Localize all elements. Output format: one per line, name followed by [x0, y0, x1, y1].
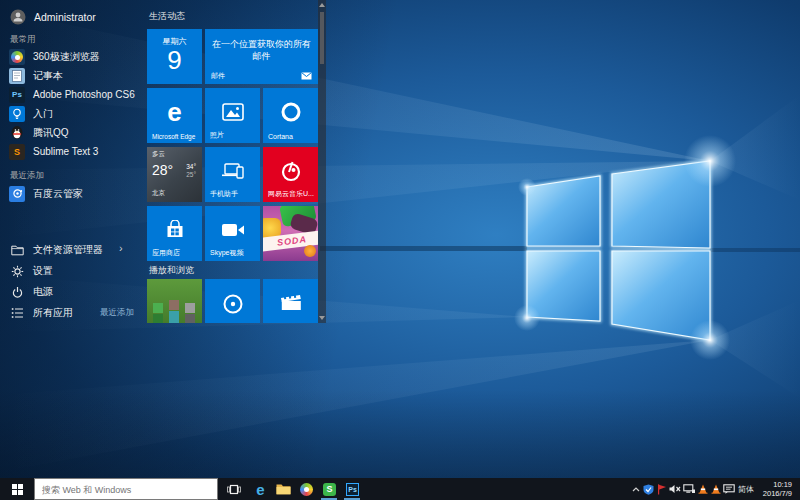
taskbar-search[interactable]: [34, 478, 218, 500]
clock-date: 2016/7/9: [755, 489, 792, 498]
app-item-360-browser[interactable]: 360极速浏览器: [0, 47, 147, 66]
phone-companion-label: 手机助手: [210, 189, 238, 199]
netease-music-icon: [280, 160, 302, 182]
speaker-mute-icon: [669, 484, 681, 494]
weather-low: 25°: [186, 171, 196, 178]
search-input[interactable]: [35, 480, 217, 500]
get-started-bulb-icon: [9, 106, 25, 122]
app-label: 入门: [33, 107, 53, 121]
start-button[interactable]: [0, 478, 34, 500]
windows-logo-icon: [12, 484, 23, 495]
tile-store[interactable]: 应用商店: [147, 206, 202, 261]
tray-vlc-2[interactable]: [709, 478, 722, 500]
tile-skype-video[interactable]: Skype视频: [205, 206, 260, 261]
netease-music-label: 网易云音乐U...: [268, 189, 314, 199]
chevron-up-icon: [632, 487, 640, 492]
tile-netease-music[interactable]: 网易云音乐U...: [263, 147, 318, 202]
input-language-indicator[interactable]: 简体: [736, 478, 756, 500]
taskbar: e S Ps: [0, 478, 800, 500]
360-browser-icon: [300, 483, 313, 496]
message-bubble-icon: [723, 484, 735, 494]
tray-action-center[interactable]: [722, 478, 735, 500]
chevron-right-icon[interactable]: ›: [119, 242, 123, 254]
tray-volume-muted[interactable]: [668, 478, 681, 500]
calendar-day: 9: [147, 45, 202, 76]
app-item-photoshop[interactable]: Ps Adobe Photoshop CS6: [0, 85, 147, 104]
user-avatar-icon: [10, 9, 26, 25]
app-label: 百度云管家: [33, 187, 83, 201]
photoshop-icon: Ps: [346, 483, 359, 496]
tile-groove-music[interactable]: [205, 279, 260, 323]
tray-network[interactable]: [682, 478, 695, 500]
file-explorer-item[interactable]: 文件资源管理器 ›: [0, 240, 147, 260]
minecraft-artwork: [147, 279, 202, 323]
tray-show-hidden-icons[interactable]: [629, 478, 642, 500]
app-label: 记事本: [33, 69, 63, 83]
edge-icon: e: [256, 482, 264, 497]
app-item-get-started[interactable]: 入门: [0, 104, 147, 123]
tile-movies-tv[interactable]: [263, 279, 318, 323]
baidu-cloud-icon: [9, 186, 25, 202]
app-item-notepad[interactable]: 记事本: [0, 66, 147, 85]
taskbar-edge[interactable]: e: [249, 478, 272, 500]
gear-icon: [10, 264, 24, 278]
envelope-icon: [301, 72, 312, 80]
power-item[interactable]: 电源: [0, 282, 147, 302]
app-item-baidu-cloud[interactable]: 百度云管家: [0, 184, 147, 203]
start-menu-scrollbar[interactable]: [318, 0, 326, 323]
task-view-button[interactable]: [222, 478, 246, 500]
task-view-icon: [227, 484, 241, 495]
scroll-down-arrow[interactable]: [319, 316, 325, 320]
taskbar-360-browser[interactable]: [295, 478, 318, 500]
taskbar-photoshop[interactable]: Ps: [341, 478, 364, 500]
user-account[interactable]: Administrator: [10, 7, 96, 27]
weather-temp: 28°: [152, 162, 173, 178]
app-item-qq[interactable]: 腾讯QQ: [0, 123, 147, 142]
cortana-ring-icon: [280, 101, 302, 123]
store-bag-icon: [165, 220, 185, 239]
skype-video-label: Skype视频: [210, 248, 243, 258]
settings-label: 设置: [33, 264, 53, 278]
tile-edge[interactable]: e Microsoft Edge: [147, 88, 202, 143]
tile-photos[interactable]: 照片: [205, 88, 260, 143]
tile-mail[interactable]: 在一个位置获取你的所有邮件 邮件: [205, 29, 318, 84]
candy-crush-artwork: SODA: [263, 206, 318, 261]
all-apps-item[interactable]: 所有应用 最近添加: [0, 303, 147, 323]
tray-thunder[interactable]: [655, 478, 668, 500]
traffic-cone-icon: [711, 484, 721, 494]
app-label: Adobe Photoshop CS6: [33, 89, 135, 100]
edge-label: Microsoft Edge: [152, 133, 195, 140]
edge-logo-icon: e: [167, 97, 181, 128]
taskbar-sublime[interactable]: S: [318, 478, 341, 500]
app-item-sublime[interactable]: S Sublime Text 3: [0, 142, 147, 161]
recently-added-link[interactable]: 最近添加: [100, 307, 134, 319]
scrollbar-thumb[interactable]: [320, 12, 324, 64]
mail-label: 邮件: [211, 71, 225, 81]
photos-icon: [222, 103, 244, 121]
tile-phone-companion[interactable]: 手机助手: [205, 147, 260, 202]
all-apps-label: 所有应用: [33, 306, 73, 320]
tile-cortana[interactable]: Cortana: [263, 88, 318, 143]
tray-360-safety[interactable]: [642, 478, 655, 500]
tile-calendar[interactable]: 星期六 9: [147, 29, 202, 84]
settings-item[interactable]: 设置: [0, 261, 147, 281]
tray-vlc-1[interactable]: [696, 478, 709, 500]
all-apps-list-icon: [10, 306, 24, 320]
recently-added-label: 最近添加: [10, 170, 44, 182]
photos-label: 照片: [210, 130, 224, 140]
red-flag-icon: [657, 484, 667, 495]
folder-icon: [276, 483, 291, 495]
tile-minecraft[interactable]: [147, 279, 202, 323]
taskbar-file-explorer[interactable]: [272, 478, 295, 500]
ethernet-monitor-icon: [683, 484, 695, 494]
tile-candy-crush[interactable]: SODA: [263, 206, 318, 261]
mail-message: 在一个位置获取你的所有邮件: [211, 38, 312, 62]
scroll-up-arrow[interactable]: [319, 3, 325, 7]
power-icon: [10, 285, 24, 299]
cortana-label: Cortana: [268, 133, 293, 140]
tile-weather[interactable]: 多云 28° 34° 25° 北京: [147, 147, 202, 202]
sublime-icon: S: [323, 483, 336, 496]
file-explorer-icon: [10, 243, 24, 257]
taskbar-clock[interactable]: 10:19 2016/7/9: [755, 478, 795, 500]
store-label: 应用商店: [152, 248, 180, 258]
